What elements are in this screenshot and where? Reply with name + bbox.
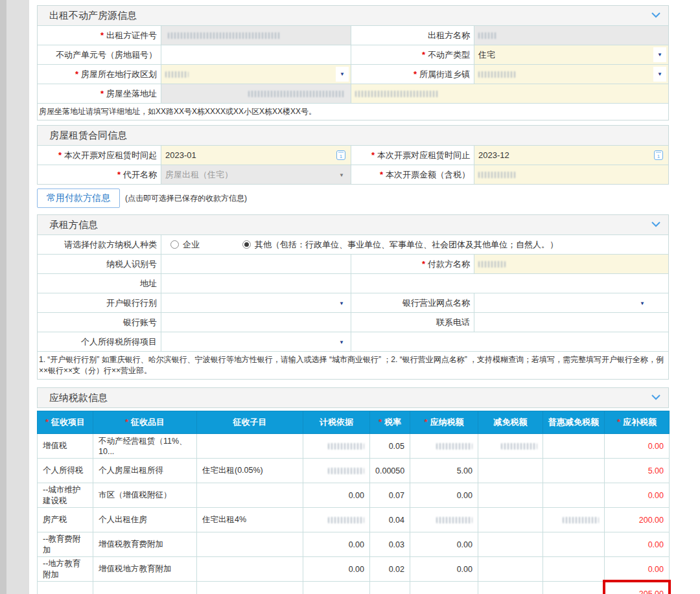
masked-value: [165, 71, 189, 78]
phone-field[interactable]: [474, 313, 668, 332]
saved-payer-row: 常用付款方信息 (点击即可选择已保存的收款方信息): [37, 185, 669, 214]
tax-table-cell: 5.00: [605, 459, 670, 483]
dropdown-arrow-icon[interactable]: [653, 47, 666, 62]
tax-header-cell: *征收项目: [38, 411, 93, 434]
row-unit-type: 不动产单元号（房地籍号） *不动产类型 住宅: [38, 45, 668, 64]
row-taxpayer-id: 纳税人识别号 *付款方名称: [38, 254, 668, 273]
required-asterisk: *: [424, 417, 427, 427]
dropdown-arrow-icon[interactable]: [339, 341, 344, 343]
label-taxpayer-type: 请选择付款方纳税人种类: [38, 235, 161, 254]
tax-header-cell: *税率: [370, 411, 410, 434]
collapse-chevron-icon[interactable]: [651, 222, 660, 227]
dropdown-arrow-icon[interactable]: [640, 303, 645, 304]
tax-table-cell: [410, 508, 478, 532]
section-property-info: 出租不动产房源信息 *出租方证件号 出租方名称 不动产单元号（房地籍号） *不动…: [37, 5, 669, 120]
tax-table-row: 房产税个人出租住房住宅出租4%0.04200.00: [38, 508, 670, 532]
empty-cell: [351, 274, 668, 293]
collapse-chevron-icon[interactable]: [651, 12, 660, 18]
tax-table-row: --教育费附加增值税教育费附加0.000.030.000.00: [38, 532, 670, 557]
section-lease-contract: 房屋租赁合同信息 *本次开票对应租赁时间起 2023-01 *本次开票对应租赁时…: [37, 125, 669, 185]
tax-table-cell: -: [93, 582, 197, 594]
bank-account-field[interactable]: [161, 313, 351, 332]
dropdown-arrow-icon[interactable]: [653, 67, 666, 82]
tax-table-cell: 0.07: [370, 483, 410, 508]
tax-header-cell: *征收品目: [93, 411, 197, 434]
label-period-start: *本次开票对应租赁时间起: [38, 146, 161, 165]
masked-value: [436, 517, 472, 523]
property-type-select[interactable]: 住宅: [474, 45, 668, 64]
street-select[interactable]: [474, 65, 668, 84]
tax-table-cell: [478, 557, 543, 582]
section-property-header: 出租不动产房源信息: [38, 6, 668, 25]
income-item-select[interactable]: [161, 332, 351, 351]
period-start-field[interactable]: 2023-01: [161, 146, 351, 165]
calendar-icon[interactable]: [336, 150, 345, 160]
period-end-field[interactable]: 2023-12: [474, 146, 668, 165]
tenant-address-field[interactable]: [161, 274, 351, 293]
tax-table-cell: 0.00050: [370, 459, 410, 483]
dropdown-arrow-icon[interactable]: [336, 67, 349, 82]
label-taxpayer-id: 纳税人识别号: [38, 255, 161, 273]
tax-table-cell: 0.00: [303, 483, 370, 508]
taxpayer-id-field[interactable]: [161, 255, 351, 273]
tax-table-cell: [197, 532, 303, 557]
radio-enterprise[interactable]: [170, 240, 179, 249]
invoice-name-select: 房屋出租（住宅）: [161, 165, 351, 184]
tax-table-cell: [543, 532, 605, 557]
tax-table-cell: 增值税地方教育附加: [93, 557, 197, 582]
calendar-icon[interactable]: [654, 150, 663, 160]
bank-branch-select[interactable]: [474, 293, 668, 312]
saved-payer-button[interactable]: 常用付款方信息: [37, 188, 120, 208]
radio-enterprise-label: 企业: [183, 239, 200, 251]
tax-header-cell: 普惠减免税额: [543, 411, 605, 434]
required-asterisk: *: [100, 30, 104, 40]
tax-table-cell: 0.05: [370, 434, 410, 459]
tax-table-cell: 0.03: [370, 532, 410, 557]
payer-name-field[interactable]: [474, 255, 668, 273]
row-income-item: 个人所得税所得项目: [38, 332, 668, 351]
tax-table-cell: 0.00: [410, 532, 478, 557]
tax-table-cell: [410, 434, 478, 459]
masked-value: [355, 91, 439, 97]
required-asterisk: *: [125, 417, 128, 427]
required-asterisk: *: [117, 170, 121, 179]
tax-table-cell: --城市维护建设税: [38, 483, 93, 508]
masked-value: [436, 443, 472, 450]
tax-table-cell: [197, 434, 303, 459]
row-invoice: *代开名称 房屋出租（住宅） *本次开票金额（含税）: [38, 165, 668, 184]
tax-header-cell: *应纳税额: [410, 411, 478, 434]
radio-other[interactable]: [242, 240, 251, 249]
required-asterisk: *: [58, 150, 62, 160]
address-field[interactable]: [351, 84, 668, 103]
required-asterisk: *: [100, 89, 104, 98]
row-district-street: *房屋所在地行政区划 *所属街道乡镇: [38, 64, 668, 84]
tax-table-cell: [543, 508, 605, 532]
tax-table-cell: 0.00: [410, 557, 478, 582]
row-taxpayer-type: 请选择付款方纳税人种类 企业 其他（包括：行政单位、事业单位、军事单位、社会团体…: [38, 234, 668, 254]
tax-table-cell: 住宅出租4%: [197, 508, 303, 532]
tax-table-cell: 个人房屋出租所得: [93, 459, 197, 483]
section-title: 承租方信息: [38, 219, 98, 231]
label-bank-branch: 银行营业网点名称: [351, 293, 474, 312]
tax-table-row: 个人所得税个人房屋出租所得住宅出租(0.05%)0.000505.005.00: [38, 459, 670, 483]
required-asterisk: *: [379, 417, 382, 427]
form-content: 出租不动产房源信息 *出租方证件号 出租方名称 不动产单元号（房地籍号） *不动…: [37, 5, 669, 594]
tax-table: *征收项目*征收品目征收子目计税依据*税率*应纳税额减免税额普惠减免税额*应补税…: [37, 411, 670, 594]
district-select[interactable]: [161, 65, 351, 84]
required-asterisk: *: [617, 417, 620, 427]
tax-table-cell: -: [370, 582, 410, 594]
dropdown-arrow-icon[interactable]: [339, 303, 344, 304]
masked-value: [478, 172, 516, 178]
invoice-amount-field[interactable]: [474, 165, 668, 184]
lessor-id-field: [161, 26, 351, 45]
bank-hint-note: 1. “开户银行行别” 如重庆银行、哈尔滨银行、宁波银行等地方性银行，请输入或选…: [38, 351, 668, 379]
label-invoice-amount: *本次开票金额（含税）: [351, 165, 474, 184]
label-income-item: 个人所得税所得项目: [38, 332, 161, 351]
tax-table-cell: [478, 532, 543, 557]
bank-type-select[interactable]: [161, 293, 351, 312]
tax-table-row: --城市维护建设税市区（增值税附征）0.000.070.000.00: [38, 483, 670, 508]
row-lessor: *出租方证件号 出租方名称: [38, 25, 668, 45]
unit-no-field[interactable]: [161, 45, 351, 64]
collapse-chevron-icon[interactable]: [651, 394, 660, 400]
tax-table-cell: 0.02: [370, 557, 410, 582]
